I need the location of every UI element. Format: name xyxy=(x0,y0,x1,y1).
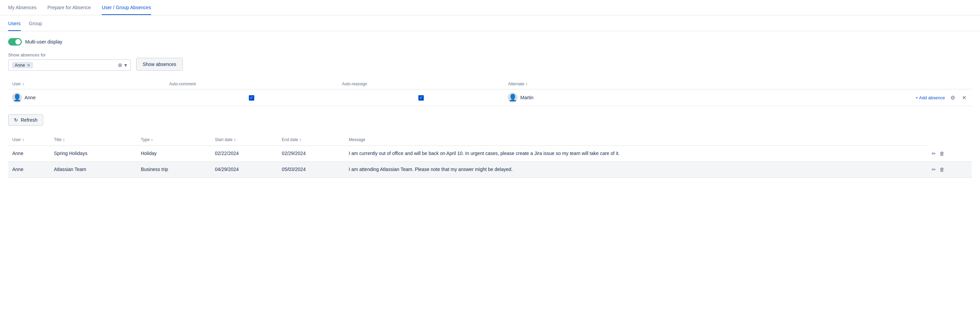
absence-col-message: Message xyxy=(344,134,928,146)
delete-absence-icon[interactable]: 🗑 xyxy=(940,151,945,156)
absence-table-row: AnneSpring HolidaysHoliday02/22/202402/2… xyxy=(8,146,972,162)
auto-comment-checkbox[interactable] xyxy=(249,95,254,101)
absence-type: Business trip xyxy=(137,162,211,177)
settings-icon-button[interactable]: ⚙ xyxy=(949,93,956,102)
absence-end-date: 05/03/2024 xyxy=(278,162,345,177)
clear-filter-icon[interactable]: ⊗ xyxy=(118,62,122,68)
refresh-label: Refresh xyxy=(21,117,37,123)
filter-row: Show absences for Anne ✕ ⊗ ▾ Show absenc… xyxy=(8,52,972,71)
absence-col-user[interactable]: User ↕ xyxy=(8,134,50,146)
absence-start-date: 02/22/2024 xyxy=(211,146,278,162)
user-col-alternate[interactable]: Alternate ↕ xyxy=(504,79,671,89)
absence-title: Atlassian Team xyxy=(50,162,137,177)
user-col-user[interactable]: User ↕ xyxy=(8,79,165,89)
auto-reassign-cell[interactable] xyxy=(338,89,504,106)
alternate-cell: 👤Martin xyxy=(504,89,671,106)
refresh-icon: ↻ xyxy=(14,117,18,123)
delete-absence-icon[interactable]: 🗑 xyxy=(940,166,945,172)
alternate-avatar: 👤 xyxy=(508,93,517,102)
filter-input-icons: ⊗ ▾ xyxy=(118,62,127,68)
user-col-auto-comment[interactable]: Auto-comment xyxy=(165,79,338,89)
top-nav-item-prepare-for-absence[interactable]: Prepare for Absence xyxy=(47,5,91,15)
filter-group: Show absences for Anne ✕ ⊗ ▾ xyxy=(8,52,131,71)
remove-user-button[interactable]: ✕ xyxy=(961,93,968,102)
multi-user-toggle[interactable] xyxy=(8,38,22,46)
absence-col-type[interactable]: Type ↕ xyxy=(137,134,211,146)
absence-table-row: AnneAtlassian TeamBusiness trip04/29/202… xyxy=(8,162,972,177)
alternate-name: Martin xyxy=(520,95,533,100)
edit-absence-icon[interactable]: ✏ xyxy=(932,151,936,157)
edit-absence-icon[interactable]: ✏ xyxy=(932,166,936,173)
tag-remove-button[interactable]: ✕ xyxy=(27,63,30,67)
absence-table: User ↕Title ↕Type ↕Start date ↕End date … xyxy=(8,134,972,178)
user-table-row: 👤Anne👤Martin + Add absence ⚙ ✕ xyxy=(8,89,972,106)
auto-reassign-checkbox[interactable] xyxy=(418,95,424,101)
absence-title: Spring Holidays xyxy=(50,146,137,162)
absence-col-start-date[interactable]: Start date ↕ xyxy=(211,134,278,146)
absence-row-actions: ✏ 🗑 xyxy=(928,162,972,177)
selected-user-name: Anne xyxy=(14,63,25,68)
absence-type: Holiday xyxy=(137,146,211,162)
sub-tabs: UsersGroup xyxy=(0,15,980,31)
top-nav-item-my-absences[interactable]: My Absences xyxy=(8,5,37,15)
absence-user: Anne xyxy=(8,146,50,162)
row-actions-cell: + Add absence ⚙ ✕ xyxy=(671,89,972,106)
absence-end-date: 02/29/2024 xyxy=(278,146,345,162)
selected-user-tag: Anne ✕ xyxy=(12,62,33,68)
refresh-button[interactable]: ↻ Refresh xyxy=(8,114,43,126)
user-col-actions xyxy=(671,79,972,89)
absence-col-title[interactable]: Title ↕ xyxy=(50,134,137,146)
user-name: Anne xyxy=(24,95,36,100)
user-col-auto-reassign[interactable]: Auto-reassign xyxy=(338,79,504,89)
add-absence-link[interactable]: + Add absence xyxy=(916,95,945,100)
absence-message: I am attending Atlassian Team. Please no… xyxy=(344,162,928,177)
absence-start-date: 04/29/2024 xyxy=(211,162,278,177)
absence-message: I am currently out of office and will be… xyxy=(344,146,928,162)
user-table: User ↕Auto-commentAuto-reassignAlternate… xyxy=(8,79,972,106)
multi-user-display-row: Multi-user display xyxy=(8,38,972,46)
auto-comment-cell[interactable] xyxy=(165,89,338,106)
show-absences-button[interactable]: Show absences xyxy=(136,58,183,71)
absence-row-actions: ✏ 🗑 xyxy=(928,146,972,162)
user-avatar: 👤 xyxy=(12,93,22,102)
user-filter-input[interactable]: Anne ✕ ⊗ ▾ xyxy=(8,60,131,71)
absence-user: Anne xyxy=(8,162,50,177)
absence-col-end-date[interactable]: End date ↕ xyxy=(278,134,345,146)
multi-user-label: Multi-user display xyxy=(25,39,62,44)
top-nav: My AbsencesPrepare for AbsenceUser / Gro… xyxy=(0,0,980,15)
top-nav-item-user-group-absences[interactable]: User / Group Absences xyxy=(102,5,151,15)
user-cell: 👤Anne xyxy=(8,89,165,106)
sub-tab-group[interactable]: Group xyxy=(29,21,42,31)
sub-tab-users[interactable]: Users xyxy=(8,21,21,31)
dropdown-chevron-icon[interactable]: ▾ xyxy=(124,62,127,68)
filter-label: Show absences for xyxy=(8,52,131,57)
